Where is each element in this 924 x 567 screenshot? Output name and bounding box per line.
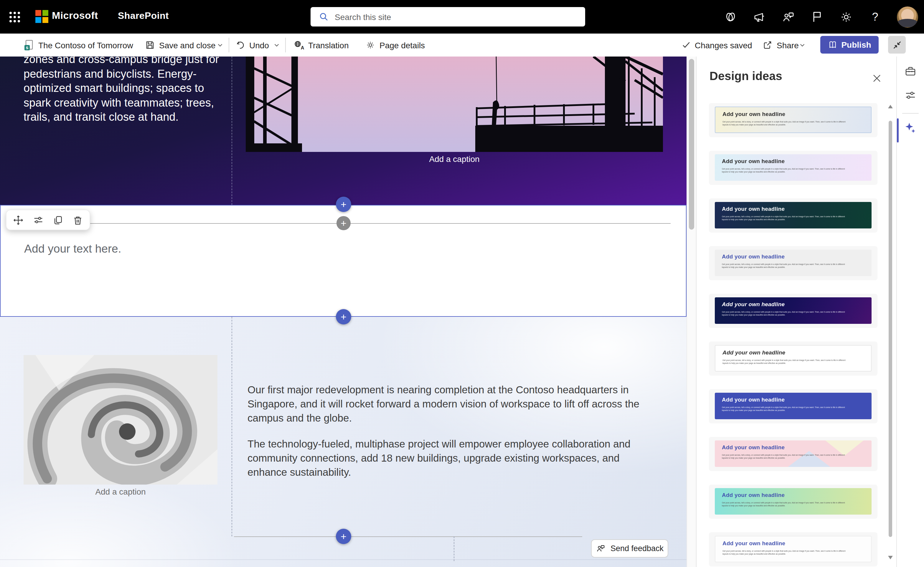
publish-button[interactable]: Publish — [820, 36, 879, 54]
command-bar: s The Contoso of Tomorrow Save and close — [0, 33, 924, 57]
edit-webpart-button[interactable] — [32, 213, 45, 226]
construction-image[interactable] — [246, 57, 663, 152]
design-preview: Add your own headline Get your point acr… — [715, 106, 871, 133]
design-idea-card[interactable]: Add your own headline Get your point acr… — [709, 151, 877, 185]
collapse-panel-button[interactable] — [888, 36, 906, 54]
editor-right-rail — [896, 57, 924, 567]
image-caption-placeholder[interactable]: Add a caption — [246, 154, 663, 164]
card-body: Get your point across, tell a story, or … — [722, 406, 866, 412]
card-headline: Add your own headline — [722, 349, 785, 356]
design-idea-card[interactable]: Add your own headline Get your point acr… — [709, 198, 877, 232]
share-label: Share — [777, 40, 799, 50]
chevron-down-icon — [217, 42, 223, 48]
add-section-button-top[interactable]: + — [336, 196, 351, 212]
product-name[interactable]: SharePoint — [118, 10, 169, 21]
webparts-toolbox-button[interactable] — [904, 65, 917, 78]
collapse-arrows-icon — [892, 40, 902, 50]
card-headline: Add your own headline — [722, 301, 785, 308]
share-chevron[interactable] — [799, 33, 805, 57]
page-details-label: Page details — [379, 40, 425, 50]
copy-icon — [53, 214, 63, 225]
text-webpart-placeholder[interactable]: Add your text here. — [24, 242, 121, 255]
add-section-button-middle[interactable]: + — [336, 309, 351, 324]
section-boundary — [0, 560, 686, 560]
add-webpart-button[interactable]: + — [337, 216, 351, 230]
column-guide — [232, 317, 232, 536]
design-ideas-panel: Design ideas Add your own headline Get y… — [696, 57, 896, 567]
announcements-button[interactable] — [752, 10, 767, 24]
card-headline: Add your own headline — [722, 206, 785, 212]
card-headline: Add your own headline — [722, 492, 785, 498]
toolbox-icon — [904, 65, 916, 77]
design-idea-card[interactable]: Add your own headline Get your point acr… — [709, 532, 877, 566]
flag-button[interactable] — [810, 10, 825, 24]
hero-section[interactable]: zones and cross-campus bridge just for p… — [0, 57, 686, 205]
move-webpart-button[interactable] — [12, 213, 25, 226]
share-icon — [763, 40, 772, 50]
undo-split-chevron[interactable] — [274, 33, 280, 57]
save-and-close-label: Save and close — [159, 40, 215, 50]
close-panel-button[interactable] — [871, 72, 884, 85]
undo-icon — [235, 40, 245, 50]
duplicate-webpart-button[interactable] — [51, 213, 65, 226]
panel-scrollbar[interactable] — [887, 57, 894, 567]
share-button[interactable]: Share — [763, 33, 799, 57]
send-feedback-button[interactable]: Send feedback — [591, 539, 668, 558]
card-headline: Add your own headline — [722, 111, 785, 117]
search-input[interactable]: Search this site — [310, 7, 585, 27]
add-section-button-bottom[interactable]: + — [336, 529, 351, 544]
sliders-icon — [904, 90, 916, 101]
design-idea-card[interactable]: Add your own headline Get your point acr… — [709, 389, 877, 423]
brand-name: Microsoft — [52, 10, 98, 22]
page-details-button[interactable]: Page details — [365, 33, 425, 57]
design-preview: Add your own headline Get your point acr… — [715, 393, 871, 419]
staircase-image[interactable] — [24, 355, 217, 484]
account-avatar[interactable] — [897, 6, 918, 27]
copilot-icon — [724, 10, 738, 24]
design-idea-card[interactable]: Add your own headline Get your point acr… — [709, 342, 877, 376]
card-headline: Add your own headline — [722, 396, 785, 403]
delete-webpart-button[interactable] — [71, 213, 84, 226]
save-and-close-button[interactable]: Save and close — [145, 33, 215, 57]
design-idea-card[interactable]: Add your own headline Get your point acr… — [709, 294, 877, 328]
microsoft-logo-icon[interactable] — [35, 10, 48, 23]
hero-text[interactable]: zones and cross-campus bridge just for p… — [24, 57, 227, 125]
design-idea-card[interactable]: Add your own headline Get your point acr… — [709, 103, 877, 137]
body-paragraph-1[interactable]: Our first major redevelopment is nearing… — [247, 383, 656, 425]
page-canvas: zones and cross-campus bridge just for p… — [0, 57, 686, 567]
site-name-item[interactable]: s The Contoso of Tomorrow — [24, 33, 133, 57]
save-status: Changes saved — [682, 33, 752, 57]
section-divider — [234, 536, 582, 537]
translation-button[interactable]: A Translation — [293, 33, 349, 57]
canvas-scrollbar[interactable] — [686, 57, 696, 567]
scroll-down-arrow[interactable] — [888, 556, 893, 560]
trash-icon — [72, 214, 83, 225]
panel-scrollbar-thumb[interactable] — [889, 121, 892, 537]
save-split-chevron[interactable] — [217, 33, 223, 57]
rail-divider — [902, 113, 919, 114]
design-idea-card[interactable]: Add your own headline Get your point acr… — [709, 246, 877, 280]
design-idea-card[interactable]: Add your own headline Get your point acr… — [709, 437, 877, 471]
undo-button[interactable]: Undo — [235, 33, 269, 57]
flag-icon — [810, 10, 825, 24]
svg-text:s: s — [26, 45, 29, 50]
help-button[interactable]: ? — [868, 10, 882, 24]
design-preview: Add your own headline Get your point acr… — [715, 488, 871, 514]
waffle-icon — [8, 10, 20, 24]
body-paragraph-2[interactable]: The technology-fueled, multiphase projec… — [247, 437, 656, 479]
publish-book-icon — [828, 40, 837, 50]
feedback-button[interactable] — [781, 10, 796, 24]
canvas-scrollbar-thumb[interactable] — [689, 59, 694, 230]
settings-button[interactable] — [839, 10, 853, 24]
design-ideas-button[interactable] — [904, 121, 917, 134]
app-launcher-button[interactable] — [5, 8, 24, 27]
sharepoint-page-editor: Microsoft SharePoint Search this site — [0, 0, 924, 567]
scroll-up-arrow[interactable] — [888, 105, 893, 108]
copilot-button[interactable] — [724, 10, 738, 24]
card-body: Get your point across, tell a story, or … — [722, 454, 866, 459]
image-caption-placeholder[interactable]: Add a caption — [24, 487, 217, 496]
property-pane-button[interactable] — [904, 89, 917, 102]
card-headline: Add your own headline — [722, 158, 785, 164]
design-idea-card[interactable]: Add your own headline Get your point acr… — [709, 484, 877, 519]
sparkle-icon — [904, 122, 916, 134]
